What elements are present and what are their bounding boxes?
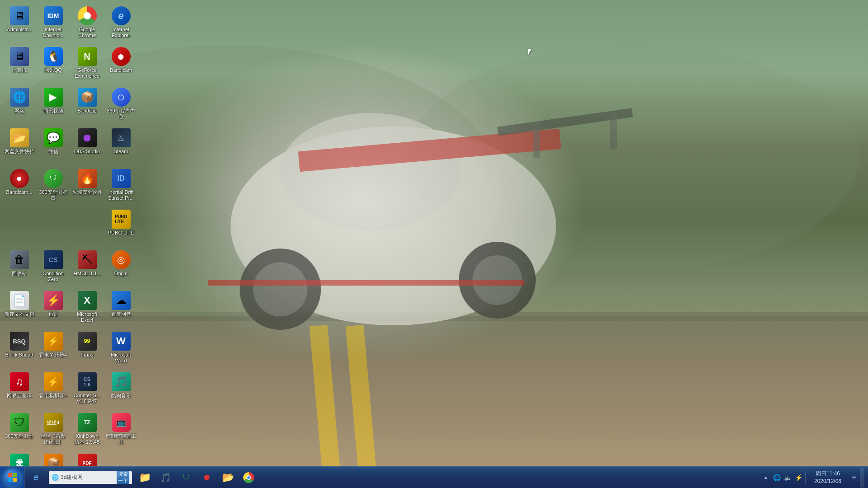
bandicam2-label: Bandicam... (6, 189, 32, 195)
wechat-icon: 💬 (44, 128, 63, 147)
search-button[interactable]: 搜索一下 (117, 471, 129, 484)
icon-qq[interactable]: 🐧 腾讯QQ (36, 44, 70, 85)
icon-xunlei[interactable]: ⚡ 迅雷 (36, 288, 70, 329)
leidimulator-label: 雷电模拟器4 (39, 393, 67, 399)
taskbar: e 🌐 3d建模网 搜索一下 📁 🎵 🛡 ⏺ 📂 ▲ 🌐 🔈 ⚡ (0, 466, 868, 488)
icon-bandizip[interactable]: 📦 Bandizip (70, 85, 104, 126)
blacksquad-icon: BSQ (10, 332, 29, 351)
icon-360mini[interactable]: ⬡ 360小程序中心 (104, 85, 138, 126)
icon-filebox[interactable]: 📂 网盘文件快传 (2, 126, 36, 166)
show-desktop-button[interactable] (860, 468, 864, 488)
origin-icon: ◎ (112, 250, 131, 269)
svg-rect-13 (208, 280, 524, 286)
icon-administrator[interactable]: 🖥 Administr... (2, 4, 36, 44)
recycle-label: 回收站 (12, 271, 27, 277)
mouse-cursor (528, 49, 532, 55)
xunlei-label: 迅雷 (48, 311, 58, 317)
excel-label: MicrosoftExcel (77, 311, 97, 323)
taskbar-ie[interactable]: e (26, 468, 46, 488)
counterstrike-icon: CS1.6 (78, 372, 97, 391)
icon-blacksquad[interactable]: BSQ Black Squad (2, 329, 36, 370)
baiduyun-label: 百度网盘 (111, 311, 131, 317)
start-button[interactable] (0, 467, 24, 488)
svg-point-7 (280, 113, 461, 230)
icon-idm[interactable]: IDM InternetDownlo... (36, 4, 70, 44)
icon-inertial[interactable]: ID Inertial DriftSunset Pr... (104, 166, 138, 207)
tray-input-method[interactable]: 中 (849, 473, 859, 483)
icon-leidian-jump[interactable]: ⚡ 雷电多开器4 (36, 329, 70, 370)
tray-separator (805, 471, 806, 484)
taskbar-record[interactable]: ⏺ (197, 468, 217, 488)
icon-pubg[interactable]: PUBGLITE PUBG LITE (104, 207, 138, 248)
icon-word[interactable]: W MicrosoftWord (104, 329, 138, 370)
icon-geforce[interactable]: N GeForceExperience (70, 44, 104, 85)
icon-czero[interactable]: CS ConditionZero (36, 248, 70, 288)
tencentvideo-icon: ▶ (44, 88, 63, 107)
360guard-icon: 🛡 (10, 413, 29, 432)
icon-steam[interactable]: ♨ Steam (104, 126, 138, 166)
icon-baiduyun[interactable]: ☁ 百度网盘 (104, 288, 138, 329)
icon-huocheng[interactable]: 🔥 火城安全软件 (70, 166, 104, 207)
word-icon: W (112, 332, 131, 351)
icon-chrome[interactable]: GoogleChrome (70, 4, 104, 44)
bandizip-icon: 📦 (78, 88, 97, 107)
juzhu-icon: 坐坐4 (44, 413, 63, 432)
icon-hmcl[interactable]: ⛏ HMCL-3.3... (70, 248, 104, 288)
search-icon: 🌐 (52, 474, 59, 481)
icon-bandicam[interactable]: ● Bandicam (104, 44, 138, 85)
svg-rect-16 (610, 113, 617, 149)
filebox-icon: 📂 (10, 128, 29, 147)
hmcl-label: HMCL-3.3... (74, 271, 100, 277)
newtext-label: 新建文本文档 (5, 311, 34, 317)
icon-newtext[interactable]: 📄 新建文本文档 (2, 288, 36, 329)
chrome-label: GoogleChrome (78, 27, 96, 38)
icon-qiyu[interactable]: 📺 哔哩哔哩建工具 (104, 410, 138, 451)
taskbar-files[interactable]: 📂 (218, 468, 238, 488)
icon-tencentvideo[interactable]: ▶ 腾讯视频 (36, 85, 70, 126)
icon-computer[interactable]: 🖥 计算机 (2, 44, 36, 85)
taskbar-360browser[interactable]: 🛡 (176, 468, 196, 488)
icon-leidimulator[interactable]: ⚡ 雷电模拟器4 (36, 370, 70, 410)
taskbar-folder[interactable]: 📁 (135, 468, 155, 488)
clock[interactable]: 周日11:46 2020/12/06 (807, 470, 848, 485)
icon-163music[interactable]: ♫ 网易云音乐 (2, 370, 36, 410)
tray-network[interactable]: 🌐 (772, 473, 782, 483)
icon-juzhu[interactable]: 坐坐4 坐坐【首发优化版】 (36, 410, 70, 451)
geforce-icon: N (78, 47, 97, 66)
windows-logo-icon (8, 473, 17, 482)
huocheng-label: 火城安全软件 (72, 189, 102, 195)
search-input[interactable]: 3d建模网 (61, 474, 115, 481)
taskbar-right: ▲ 🌐 🔈 ⚡ 周日11:46 2020/12/06 中 (757, 467, 868, 488)
360safe-icon: 🛡 (44, 169, 63, 188)
tencentvideo-label: 腾讯视频 (43, 108, 63, 114)
icon-recycle[interactable]: 🗑 回收站 (2, 248, 36, 288)
icon-origin[interactable]: ◎ Origin (104, 248, 138, 288)
computer-label: 计算机 (12, 67, 27, 73)
bandicam-label: Bandicam (110, 67, 132, 73)
desktop: 🖥 Administr... IDM InternetDownlo... Goo… (0, 0, 145, 371)
icon-excel[interactable]: X MicrosoftExcel (70, 288, 104, 329)
tray-volume[interactable]: 🔈 (783, 473, 793, 483)
icon-360guard[interactable]: 🛡 360安全卫士 (2, 410, 36, 451)
icon-network[interactable]: 🌐 网络 (2, 85, 36, 126)
icon-kinhdown[interactable]: 7Z KinhDown版本:1.9.45 (70, 410, 104, 451)
taskbar-chrome[interactable] (239, 468, 259, 488)
icon-360safe[interactable]: 🛡 360安全浏览器 (36, 166, 70, 207)
chrome-icon (78, 6, 97, 25)
network-icon: 🌐 (10, 88, 29, 107)
baiduyun-icon: ☁ (112, 291, 131, 310)
huocheng-icon: 🔥 (78, 169, 97, 188)
taskbar-media[interactable]: 🎵 (156, 468, 175, 488)
icon-counterstrike[interactable]: CS1.6 Counter-S...v1.6 P47 (70, 370, 104, 410)
xunlei-icon: ⚡ (44, 291, 63, 310)
tray-expand[interactable]: ▲ (761, 473, 771, 483)
icon-fraps[interactable]: 99 Fraps (70, 329, 104, 370)
leidian-jump-label: 雷电多开器4 (39, 352, 67, 358)
icon-obs[interactable]: ⏺ OBS Studio (70, 126, 104, 166)
icon-bandicam2[interactable]: ● Bandicam... (2, 166, 36, 207)
icon-wechat[interactable]: 💬 微信 (36, 126, 70, 166)
icon-kugo[interactable]: 🎵 酷狗音乐 (104, 370, 138, 410)
steam-icon: ♨ (112, 128, 131, 147)
tray-battery[interactable]: ⚡ (793, 473, 803, 483)
icon-ie[interactable]: e InternetExplorer (104, 4, 138, 44)
